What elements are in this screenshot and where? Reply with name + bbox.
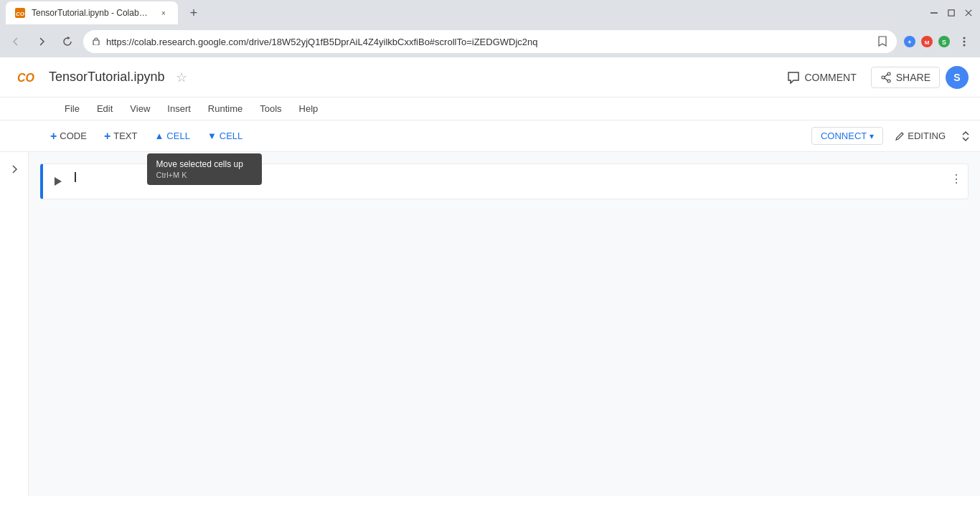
svg-text:CO: CO bbox=[16, 11, 25, 17]
sidebar-toggle-button[interactable] bbox=[3, 158, 26, 181]
colab-logo[interactable]: CO bbox=[11, 63, 40, 92]
left-panel bbox=[0, 152, 29, 496]
plus-icon: + bbox=[50, 130, 57, 143]
cell-kebab-icon: ⋮ bbox=[951, 172, 962, 186]
arrow-up-icon: ▲ bbox=[154, 130, 164, 141]
pencil-icon bbox=[895, 131, 905, 141]
url-bar[interactable]: https://colab.research.google.com/drive/… bbox=[83, 30, 897, 53]
plus-icon-text: + bbox=[104, 130, 110, 143]
back-button[interactable] bbox=[6, 32, 26, 52]
svg-text:CO: CO bbox=[17, 72, 35, 84]
close-button[interactable] bbox=[963, 7, 974, 19]
user-avatar[interactable]: S bbox=[946, 66, 969, 89]
maximize-button[interactable] bbox=[946, 7, 957, 19]
refresh-button[interactable] bbox=[57, 32, 77, 52]
arrow-down-icon: ▼ bbox=[207, 130, 217, 141]
cell-up-tooltip: Move selected cells up Ctrl+M K bbox=[147, 153, 262, 185]
ext-icon-1[interactable]: + bbox=[903, 34, 917, 49]
text-label: TEXT bbox=[113, 130, 137, 141]
tooltip-shortcut: Ctrl+M K bbox=[156, 171, 253, 179]
editing-label: EDITING bbox=[908, 130, 946, 141]
address-actions: + M S bbox=[903, 32, 974, 52]
menu-help[interactable]: Help bbox=[292, 100, 326, 117]
forward-button[interactable] bbox=[32, 32, 52, 52]
share-button[interactable]: SHARE bbox=[871, 67, 940, 88]
svg-rect-3 bbox=[948, 10, 954, 16]
tab-title: TensorTutorial.ipynb - Colaborat... bbox=[32, 8, 152, 18]
comment-label: COMMENT bbox=[804, 72, 856, 83]
editing-button[interactable]: EDITING bbox=[886, 128, 954, 144]
tab-favicon: CO bbox=[14, 7, 26, 19]
window-controls bbox=[928, 7, 974, 19]
svg-text:+: + bbox=[908, 39, 911, 46]
address-bar: https://colab.research.google.com/drive/… bbox=[0, 26, 980, 57]
colab-header: CO TensorTutorial.ipynb ☆ COMMENT SHARE … bbox=[0, 57, 980, 98]
svg-point-13 bbox=[963, 37, 966, 39]
menu-view[interactable]: View bbox=[123, 100, 157, 117]
svg-rect-6 bbox=[93, 40, 99, 45]
notebook-area: ⋮ bbox=[29, 152, 980, 496]
svg-line-22 bbox=[885, 78, 887, 80]
more-button[interactable] bbox=[954, 32, 974, 52]
browser-tab[interactable]: CO TensorTutorial.ipynb - Colaborat... × bbox=[6, 1, 178, 24]
cell-down-label: CELL bbox=[220, 130, 243, 141]
menu-file[interactable]: File bbox=[57, 100, 87, 117]
connect-label: CONNECT bbox=[821, 130, 867, 141]
collapse-sections-button[interactable] bbox=[957, 128, 974, 145]
cell-up-container: ▲ CELL Move selected cells up Ctrl+M K bbox=[147, 128, 197, 144]
play-icon bbox=[52, 176, 63, 187]
svg-text:M: M bbox=[925, 39, 930, 46]
colab-title: TensorTutorial.ipynb bbox=[49, 70, 164, 85]
code-label: CODE bbox=[60, 130, 87, 141]
menu-bar: File Edit View Insert Runtime Tools Help bbox=[0, 98, 980, 120]
svg-point-19 bbox=[882, 76, 885, 79]
menu-insert[interactable]: Insert bbox=[160, 100, 198, 117]
menu-edit[interactable]: Edit bbox=[90, 100, 120, 117]
run-cell-button[interactable] bbox=[46, 170, 69, 193]
add-code-button[interactable]: + CODE bbox=[43, 127, 94, 146]
toolbar: + CODE + TEXT ▲ CELL Move selected cells… bbox=[0, 120, 980, 152]
svg-point-20 bbox=[887, 80, 890, 82]
svg-marker-23 bbox=[55, 177, 62, 186]
move-cell-up-button[interactable]: ▲ CELL bbox=[147, 128, 197, 144]
cell-cursor bbox=[75, 172, 76, 182]
menu-runtime[interactable]: Runtime bbox=[201, 100, 250, 117]
star-icon[interactable]: ☆ bbox=[176, 70, 187, 85]
cell-up-label: CELL bbox=[166, 130, 190, 141]
lock-icon bbox=[92, 37, 100, 47]
tooltip-title: Move selected cells up bbox=[156, 159, 253, 169]
minimize-button[interactable] bbox=[928, 7, 940, 19]
share-label: SHARE bbox=[896, 72, 930, 83]
comment-button[interactable]: COMMENT bbox=[778, 67, 864, 88]
tab-close-button[interactable]: × bbox=[158, 7, 169, 19]
svg-line-21 bbox=[885, 75, 887, 77]
bookmark-icon[interactable] bbox=[877, 35, 888, 49]
new-tab-button[interactable]: + bbox=[184, 3, 204, 23]
collapse-icon bbox=[960, 130, 971, 142]
menu-tools[interactable]: Tools bbox=[253, 100, 288, 117]
svg-point-15 bbox=[963, 44, 966, 47]
svg-point-14 bbox=[963, 41, 966, 43]
move-cell-down-button[interactable]: ▼ CELL bbox=[200, 128, 250, 144]
title-bar: CO TensorTutorial.ipynb - Colaborat... ×… bbox=[0, 0, 980, 26]
add-text-button[interactable]: + TEXT bbox=[97, 127, 145, 146]
connect-chevron-icon: ▾ bbox=[870, 131, 874, 141]
main-content: ⋮ bbox=[0, 152, 980, 496]
ext-icon-2[interactable]: M bbox=[920, 34, 934, 49]
cell-menu-button[interactable]: ⋮ bbox=[948, 170, 965, 187]
colab-right-actions: COMMENT SHARE S bbox=[778, 66, 969, 89]
svg-rect-2 bbox=[930, 12, 938, 14]
url-text: https://colab.research.google.com/drive/… bbox=[106, 37, 871, 47]
svg-point-18 bbox=[887, 72, 890, 75]
ext-icon-3[interactable]: S bbox=[937, 34, 951, 49]
svg-text:S: S bbox=[942, 39, 946, 46]
connect-button[interactable]: CONNECT ▾ bbox=[811, 127, 883, 145]
title-bar-left: CO TensorTutorial.ipynb - Colaborat... ×… bbox=[6, 1, 204, 24]
